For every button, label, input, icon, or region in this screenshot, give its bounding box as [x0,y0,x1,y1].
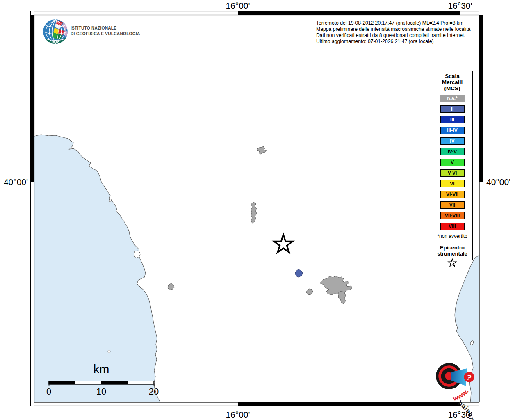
scale-tick-20: 20 [145,386,163,397]
legend-chip-na: n.a.* [440,95,465,102]
legend-chip-v: V [440,159,465,166]
frame-black-left [30,15,34,182]
legend-title-line1: Scala [432,73,472,79]
legend-chip-iii: III [440,116,465,123]
legend-chip-vi-vii: VI-VII [440,191,465,198]
legend-title: Scala Mercalli (MCS) [432,71,472,91]
event-info-line-1: Terremoto del 19-08-2012 20:17:47 (ora l… [316,20,472,26]
locality-felt-intensity-II [295,269,303,277]
epicenter-star-icon [447,258,457,268]
frame-black-bottom [238,402,460,406]
ingv-org-line2: DI GEOFISICA E VULCANOLOGIA [71,31,140,37]
legend-chips: n.a.* II III III-IV IV IV-V V V-VI VI VI… [432,95,472,230]
legend-epicenter-label: Epicentro strumentale [432,244,472,257]
legend-epicenter-line2: strumentale [432,251,472,257]
ingv-globe-logo [43,19,68,44]
frame-corner [31,402,34,406]
ingv-org-line1: ISTITUTO NAZIONALE [71,25,140,31]
locality-na [338,291,346,304]
islet-dino [108,350,110,353]
legend-chip-vii-viii: VII-VIII [440,212,465,219]
locality-na [251,202,257,223]
mercalli-legend: Scala Mercalli (MCS) n.a.* II III III-IV… [432,71,473,260]
legend-chip-iv-v: IV-V [440,148,465,155]
locality-na [257,146,267,154]
frame-black-top [238,11,460,15]
frame-corner [479,402,483,406]
locality-na [168,283,174,290]
event-info-line-4: Ultimo aggiornamento: 07-01-2026 21:47 (… [316,39,472,45]
axis-label-top-lon-16-00: 16°00' [217,1,258,11]
axis-label-top-lon-16-30: 16°30' [440,1,481,11]
legend-chip-viii: VIII [440,223,465,230]
axis-label-bottom-lon-16-30: 16°30' [440,410,481,420]
legend-footnote: *non avvertito [432,233,472,239]
locality-na [306,289,313,295]
event-info-line-3: Dati non verificati estratti da 8 questi… [316,32,472,39]
frame-corner [31,11,34,15]
scale-tick-10: 10 [92,386,110,397]
frame-corner [479,11,483,15]
epicenter-star [274,235,293,252]
scale-tick-0: 0 [40,386,58,397]
axis-label-right-lat-40-00: 40°00' [486,177,515,187]
ingv-intensity-map-page: ? haisentitoilterremoto.it www. 16°00' 1… [0,0,515,420]
legend-chip-v-vi: V-VI [440,169,465,177]
legend-epicenter-line1: Epicentro [432,244,472,251]
event-info-line-2: Mappa preliminare delle intensità macros… [316,26,472,32]
legend-chip-ii: II [440,105,465,113]
legend-chip-iii-iv: III-IV [440,127,465,134]
legend-title-line3: (MCS) [432,85,472,91]
legend-chip-vii: VII [440,201,465,209]
scale-bar-title: km [81,363,122,376]
legend-chip-iv: IV [440,137,465,145]
axis-label-bottom-lon-16-00: 16°00' [217,410,258,420]
legend-divider [433,242,471,242]
legend-title-line2: Mercalli [432,79,472,85]
scale-bar-segment [101,381,128,384]
localities-na [168,146,352,304]
event-info-box: Terremoto del 19-08-2012 20:17:47 (ora l… [314,19,474,46]
legend-chip-vi: VI [440,180,465,187]
ingv-org-name: ISTITUTO NAZIONALE DI GEOFISICA E VULCAN… [71,25,140,37]
axis-label-left-lat-40-00: 40°00' [0,177,28,187]
scale-bar-segment [49,381,75,384]
frame-black-right [479,15,483,182]
locality-na [319,276,352,295]
